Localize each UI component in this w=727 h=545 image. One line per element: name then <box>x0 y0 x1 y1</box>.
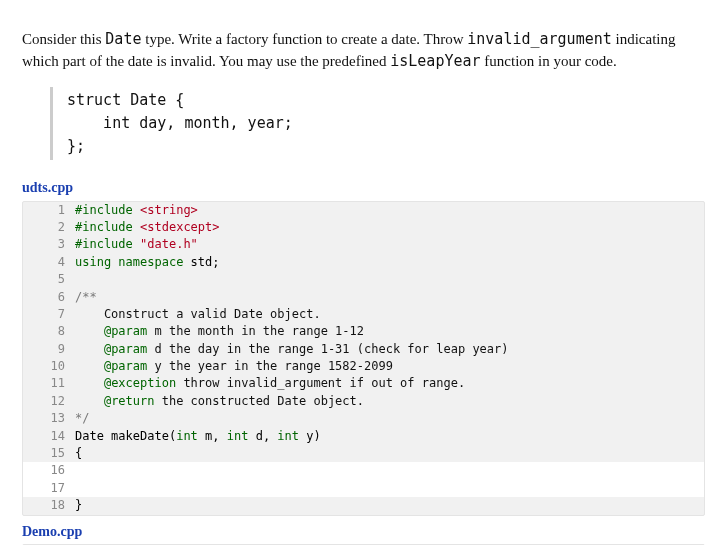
line-number: 3 <box>23 236 75 253</box>
code-listing: 1#include <string>2#include <stdexcept>3… <box>22 201 705 516</box>
line-source: using namespace std; <box>75 254 704 271</box>
instruction-paragraph: Consider this Date type. Write a factory… <box>22 29 705 73</box>
line-source <box>75 480 704 497</box>
line-source: #include "date.h" <box>75 236 704 253</box>
line-number: 7 <box>23 306 75 323</box>
line-number: 13 <box>23 410 75 427</box>
line-source <box>75 271 704 288</box>
code-line: 2#include <stdexcept> <box>23 219 704 236</box>
line-number: 2 <box>23 219 75 236</box>
line-source: } <box>75 497 704 514</box>
line-number: 6 <box>23 289 75 306</box>
line-number: 17 <box>23 480 75 497</box>
line-source: { <box>75 445 704 462</box>
code-line: 10 @param y the year in the range 1582-2… <box>23 358 704 375</box>
code-line: 12 @return the constructed Date object. <box>23 393 704 410</box>
line-number: 14 <box>23 428 75 445</box>
line-source <box>75 462 704 479</box>
code-line: 11 @exception throw invalid_argument if … <box>23 375 704 392</box>
line-source: Construct a valid Date object. <box>75 306 704 323</box>
line-source: @param y the year in the range 1582-2099 <box>75 358 704 375</box>
code-line: 6/** <box>23 289 704 306</box>
line-source: @return the constructed Date object. <box>75 393 704 410</box>
line-number: 5 <box>23 271 75 288</box>
code-listings: udts.cpp1#include <string>2#include <std… <box>22 178 705 545</box>
line-source: Date makeDate(int m, int d, int y) <box>75 428 704 445</box>
code-line: 3#include "date.h" <box>23 236 704 253</box>
intro-text: Consider this <box>22 31 105 47</box>
inline-code-date: Date <box>105 30 141 48</box>
code-line: 15{ <box>23 445 704 462</box>
line-number: 8 <box>23 323 75 340</box>
code-line[interactable]: 16 <box>23 462 704 479</box>
inline-code-isleapyear: isLeapYear <box>390 52 480 70</box>
file-name: udts.cpp <box>22 178 705 198</box>
inline-code-invalid-argument: invalid_argument <box>467 30 612 48</box>
code-line[interactable]: 17 <box>23 480 704 497</box>
line-number: 9 <box>23 341 75 358</box>
line-number: 18 <box>23 497 75 514</box>
line-number: 10 <box>23 358 75 375</box>
line-number: 15 <box>23 445 75 462</box>
line-source: #include <string> <box>75 202 704 219</box>
line-source: #include <stdexcept> <box>75 219 704 236</box>
line-source: /** <box>75 289 704 306</box>
intro-text: function in your code. <box>481 53 617 69</box>
code-line: 7 Construct a valid Date object. <box>23 306 704 323</box>
code-line: 5 <box>23 271 704 288</box>
line-source: @param d the day in the range 1-31 (chec… <box>75 341 704 358</box>
code-line: 8 @param m the month in the range 1-12 <box>23 323 704 340</box>
line-number: 1 <box>23 202 75 219</box>
line-source: @param m the month in the range 1-12 <box>75 323 704 340</box>
code-line: 13*/ <box>23 410 704 427</box>
line-number: 12 <box>23 393 75 410</box>
code-line: 1#include <string> <box>23 202 704 219</box>
line-number: 4 <box>23 254 75 271</box>
struct-snippet: struct Date { int day, month, year; }; <box>50 87 705 161</box>
intro-text: type. Write a factory function to create… <box>141 31 467 47</box>
line-source: */ <box>75 410 704 427</box>
code-line: 4using namespace std; <box>23 254 704 271</box>
code-line: 9 @param d the day in the range 1-31 (ch… <box>23 341 704 358</box>
line-number: 16 <box>23 462 75 479</box>
line-number: 11 <box>23 375 75 392</box>
line-source: @exception throw invalid_argument if out… <box>75 375 704 392</box>
code-line: 14Date makeDate(int m, int d, int y) <box>23 428 704 445</box>
file-name: Demo.cpp <box>22 522 705 542</box>
code-line: 18} <box>23 497 704 514</box>
